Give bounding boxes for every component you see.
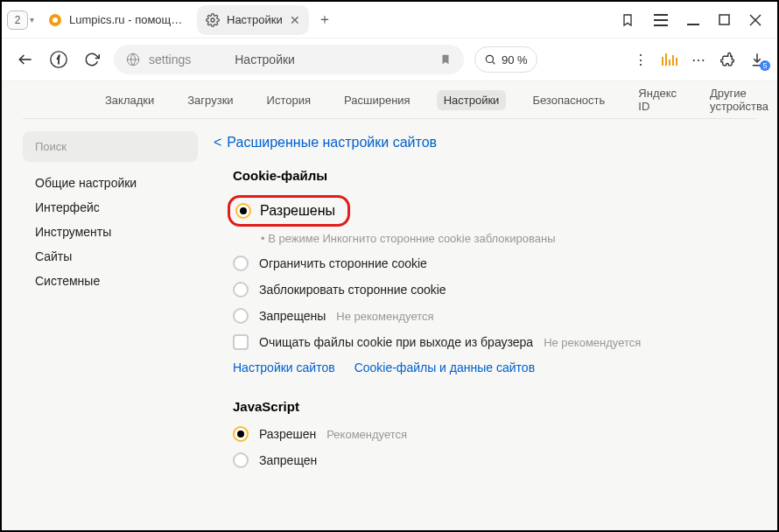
radio-icon[interactable]: [233, 282, 249, 298]
tab-label: Lumpics.ru - помощь с ком: [69, 13, 183, 26]
breadcrumb[interactable]: <Расширенные настройки сайтов: [214, 131, 746, 150]
downloads-icon[interactable]: [749, 52, 765, 67]
yandex-logo-icon[interactable]: [47, 48, 70, 71]
orange-bars-icon[interactable]: [662, 53, 677, 66]
section-javascript-title: JavaScript: [233, 399, 746, 414]
svg-rect-7: [719, 15, 729, 24]
radio-icon[interactable]: [233, 256, 249, 271]
gear-icon: [206, 13, 220, 27]
tab-settings[interactable]: Настройки ✕: [197, 5, 309, 35]
globe-icon: [126, 52, 140, 66]
main-panel: <Расширенные настройки сайтов Cookie-фай…: [214, 131, 756, 530]
url-text: settings: [149, 52, 191, 66]
nav-other-devices[interactable]: Другие устройства: [703, 83, 777, 116]
close-window-icon[interactable]: [749, 14, 761, 26]
section-cookies-title: Cookie-файлы: [233, 168, 746, 183]
tab-counter[interactable]: 2 ▾: [7, 10, 34, 30]
window-controls: [621, 13, 772, 27]
subnav-wrap: Закладки Загрузки История Расширения Нас…: [2, 80, 777, 119]
svg-rect-5: [654, 24, 668, 26]
sidebar-item-tools[interactable]: Инструменты: [35, 225, 186, 239]
tab-count-number: 2: [15, 14, 21, 26]
nav-extensions[interactable]: Расширения: [337, 90, 418, 110]
back-button[interactable]: [14, 48, 37, 71]
option-block-3rd-party[interactable]: Заблокировать сторонние cookie: [233, 282, 746, 298]
nav-bookmarks[interactable]: Закладки: [98, 90, 161, 110]
radio-icon[interactable]: [233, 426, 249, 442]
tab-lumpics[interactable]: Lumpics.ru - помощь с ком: [39, 5, 192, 35]
reload-button[interactable]: [81, 48, 103, 71]
svg-rect-6: [687, 24, 699, 25]
lumpics-favicon: [48, 13, 62, 27]
option-cookies-deny[interactable]: Запрещены Не рекомендуется: [233, 308, 746, 324]
address-bar[interactable]: settings Настройки: [114, 45, 464, 74]
settings-sidebar: Поиск Общие настройки Интерфейс Инструме…: [23, 131, 198, 530]
nav-downloads[interactable]: Загрузки: [180, 90, 240, 110]
cookies-links: Настройки сайтов Cookie-файлы и данные с…: [233, 360, 746, 374]
search-input[interactable]: Поиск: [23, 131, 198, 162]
nav-history[interactable]: История: [260, 90, 318, 110]
svg-point-14: [486, 55, 493, 62]
option-js-allow[interactable]: Разрешен Рекомендуется: [233, 426, 746, 442]
cookies-allow-subhint: • В режиме Инкогнито сторонние cookie за…: [261, 232, 746, 245]
section-cookies: Cookie-файлы Разрешены • В режиме Инкогн…: [233, 168, 746, 374]
link-site-settings[interactable]: Настройки сайтов: [233, 360, 335, 374]
browser-window: 2 ▾ Lumpics.ru - помощь с ком Настройки …: [0, 0, 779, 532]
svg-rect-4: [654, 19, 668, 21]
close-tab-icon[interactable]: ✕: [290, 13, 300, 27]
title-bar: 2 ▾ Lumpics.ru - помощь с ком Настройки …: [2, 2, 777, 38]
radio-cookies-allow-label: Разрешены: [260, 203, 335, 219]
sidebar-item-interface[interactable]: Интерфейс: [35, 200, 186, 214]
svg-rect-3: [654, 14, 668, 16]
tab-label: Настройки: [227, 13, 283, 26]
highlighted-option: Разрешены: [228, 195, 350, 227]
checkbox-icon[interactable]: [233, 334, 249, 350]
chevron-down-icon: ▾: [30, 15, 34, 24]
more-vert-icon[interactable]: ⋮: [634, 52, 648, 68]
minimize-icon[interactable]: [687, 14, 699, 26]
radio-icon[interactable]: [233, 308, 249, 324]
option-clear-on-exit[interactable]: Очищать файлы cookie при выходе из брауз…: [233, 334, 746, 350]
nav-yandex-id[interactable]: Яндекс ID: [631, 83, 684, 116]
radio-cookies-allow[interactable]: [235, 203, 251, 219]
more-horiz-icon[interactable]: ⋯: [691, 52, 705, 68]
page-title-in-bar: Настройки: [235, 52, 295, 66]
menu-icon[interactable]: [654, 14, 668, 26]
zoom-value: 90 %: [502, 53, 528, 66]
sidebar-item-system[interactable]: Системные: [35, 274, 186, 288]
settings-top-nav: Закладки Загрузки История Расширения Нас…: [2, 81, 777, 118]
bookmark-ribbon-icon[interactable]: [621, 13, 635, 27]
section-javascript: JavaScript Разрешен Рекомендуется Запрещ…: [233, 399, 746, 468]
link-cookie-data[interactable]: Cookie-файлы и данные сайтов: [354, 360, 535, 374]
svg-point-2: [211, 18, 214, 22]
radio-icon[interactable]: [233, 452, 249, 468]
address-bar-row: settings Настройки 90 % ⋮ ⋯: [2, 38, 777, 80]
sidebar-item-sites[interactable]: Сайты: [35, 249, 186, 263]
sidebar-item-general[interactable]: Общие настройки: [35, 176, 186, 190]
chevron-left-icon: <: [214, 135, 221, 150]
new-tab-button[interactable]: ＋: [314, 10, 335, 31]
extensions-icon[interactable]: [719, 52, 735, 67]
nav-settings[interactable]: Настройки: [437, 90, 507, 110]
svg-point-1: [53, 18, 58, 23]
svg-line-15: [493, 62, 495, 65]
zoom-indicator[interactable]: 90 %: [474, 46, 537, 73]
option-limit-3rd-party[interactable]: Ограничить сторонние cookie: [233, 256, 746, 271]
nav-security[interactable]: Безопасность: [525, 90, 612, 110]
maximize-icon[interactable]: [719, 14, 730, 25]
content-area: Поиск Общие настройки Интерфейс Инструме…: [2, 119, 777, 530]
bookmark-icon[interactable]: [439, 53, 452, 66]
option-js-deny[interactable]: Запрещен: [233, 452, 746, 468]
